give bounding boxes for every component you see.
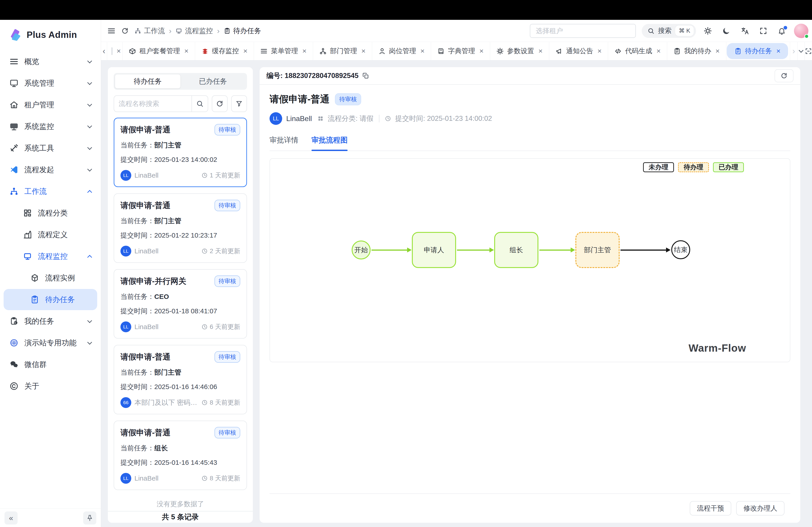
change-assignee-button[interactable]: 修改办理人 — [736, 501, 784, 515]
task-card[interactable]: 请假申请-并行网关 待审核 当前任务：CEO 提交时间：2025-01-18 0… — [114, 269, 247, 338]
notifications-bell-icon[interactable] — [778, 27, 786, 35]
page-tab[interactable]: 岗位管理 × — [372, 42, 431, 60]
task-detail-panel: 编号: 1882307280470892545 请假申请-普通 待审核 LL L… — [260, 67, 800, 523]
tabs-scroll-left-button[interactable]: ‹ — [101, 42, 107, 60]
flow-node-start[interactable]: 开始 — [352, 241, 371, 259]
tab-approval-flowchart[interactable]: 审批流程图 — [311, 135, 348, 151]
reset-button[interactable] — [212, 95, 228, 112]
refresh-page-icon[interactable] — [121, 27, 129, 34]
flow-node-end[interactable]: 结束 — [671, 240, 690, 259]
tab-approval-detail[interactable]: 审批详情 — [270, 135, 299, 151]
dark-mode-moon-icon[interactable] — [722, 27, 730, 35]
fullscreen-icon[interactable] — [759, 27, 767, 35]
close-icon[interactable]: × — [479, 47, 483, 55]
page-tab[interactable]: 代码生成 × — [608, 42, 667, 60]
breadcrumb-separator: › — [217, 26, 219, 35]
page-tab[interactable]: 部门管理 × — [313, 42, 372, 60]
close-icon[interactable]: × — [538, 47, 543, 55]
sidebar-item[interactable]: 工作流 — [4, 181, 97, 202]
close-icon[interactable]: × — [420, 47, 425, 55]
pin-sidebar-button[interactable] — [83, 511, 96, 525]
sidebar-item[interactable]: 演示站专用功能 — [4, 332, 97, 353]
page-tab[interactable]: 缓存监控 × — [195, 42, 254, 60]
tabs-scroll-right-button[interactable]: › — [790, 42, 797, 60]
hamburger-menu-icon[interactable] — [107, 27, 115, 35]
flow-legend: 未办理 待办理 已办理 — [643, 162, 744, 172]
breadcrumb-todo-tasks[interactable]: 待办任务 — [224, 26, 261, 35]
collapse-sidebar-button[interactable]: « — [4, 511, 18, 525]
page-tab[interactable]: 通知公告 × — [549, 42, 608, 60]
sidebar-item[interactable]: 系统工具 — [4, 137, 97, 159]
status-badge: 待审核 — [215, 275, 240, 287]
close-icon[interactable]: × — [302, 47, 306, 55]
close-icon[interactable]: × — [361, 47, 366, 55]
sidebar-item-label: 租户管理 — [24, 100, 82, 110]
sidebar-item[interactable]: 系统管理 — [4, 73, 97, 94]
tabs-dropdown-button[interactable] — [797, 42, 804, 60]
close-icon[interactable]: × — [715, 47, 720, 55]
task-card[interactable]: 请假申请-普通 待审核 当前任务：部门主管 提交时间：2025-01-23 14… — [114, 118, 247, 187]
initiator-name: LinaBell — [134, 171, 198, 179]
user-avatar[interactable] — [794, 24, 808, 38]
global-search-button[interactable]: 搜索 ⌘ K — [642, 24, 696, 38]
sidebar-item[interactable]: 流程监控 — [4, 246, 97, 267]
task-card[interactable]: 请假申请-普通 待审核 当前任务：部门主管 提交时间：2025-01-16 14… — [114, 345, 247, 414]
sidebar-item[interactable]: 流程发起 — [4, 159, 97, 180]
close-icon[interactable]: × — [656, 47, 661, 55]
page-tab[interactable]: 待办任务 × — [727, 43, 788, 59]
tab-todo-tasks[interactable]: 待办任务 — [115, 74, 180, 88]
close-icon[interactable]: × — [243, 47, 248, 55]
sidebar-item[interactable]: 微信群 — [4, 354, 97, 375]
close-icon[interactable]: × — [597, 47, 602, 55]
content-fullscreen-button[interactable] — [804, 42, 812, 60]
tenant-select-input[interactable] — [530, 24, 636, 38]
process-category: 流程分类: 请假 — [328, 114, 374, 123]
page-tab[interactable]: 我的待办 × — [667, 42, 726, 60]
task-card[interactable]: 请假申请-普通 待审核 当前任务：组长 提交时间：2025-01-16 14:4… — [114, 421, 247, 490]
code-icon — [614, 48, 622, 55]
page-tab[interactable]: 参数设置 × — [490, 42, 549, 60]
breadcrumb-workflow[interactable]: 工作流 — [134, 26, 165, 35]
settings-gear-icon[interactable] — [704, 27, 712, 35]
close-icon[interactable]: × — [184, 47, 189, 55]
truncated-tab[interactable]: × — [107, 42, 122, 60]
sidebar-item[interactable]: 租户管理 — [4, 94, 97, 116]
refresh-icon — [781, 72, 787, 79]
status-badge: 待审核 — [335, 93, 361, 105]
submit-time-row: 提交时间：2025-01-22 10:23:17 — [120, 231, 240, 240]
sidebar-item[interactable]: 流程实例 — [4, 267, 97, 288]
task-card[interactable]: 请假申请-普通 待审核 当前任务：部门主管 提交时间：2025-01-22 10… — [114, 193, 247, 263]
tab-done-tasks[interactable]: 已办任务 — [180, 74, 246, 88]
process-intervene-button[interactable]: 流程干预 — [690, 501, 731, 515]
close-icon[interactable]: × — [777, 47, 781, 55]
filter-button[interactable] — [231, 95, 247, 112]
flow-node-applicant[interactable]: 申请人 — [412, 232, 456, 268]
search-input[interactable] — [114, 100, 191, 107]
flow-node-dept-manager[interactable]: 部门主管 — [575, 232, 620, 268]
sidebar-item[interactable]: 概览 — [4, 51, 97, 72]
flowchart-canvas[interactable]: 未办理 待办理 已办理 开始 申请人 组长 部门主管 结束 War — [270, 158, 791, 362]
sidebar-item[interactable]: 流程定义 — [4, 224, 97, 245]
brand[interactable]: Plus Admin — [0, 20, 101, 49]
sidebar-item[interactable]: 我的任务 — [4, 311, 97, 332]
sidebar-item[interactable]: 系统监控 — [4, 116, 97, 137]
refresh-detail-button[interactable] — [774, 69, 794, 82]
current-task-value: 部门主管 — [154, 368, 182, 376]
status-badge: 待审核 — [215, 200, 240, 211]
page-tab[interactable]: 菜单管理 × — [254, 42, 313, 60]
breadcrumb-separator: › — [169, 26, 171, 35]
language-icon[interactable] — [741, 27, 749, 35]
monitor-icon — [175, 28, 182, 34]
close-icon[interactable]: × — [117, 47, 121, 55]
copy-icon[interactable] — [362, 72, 369, 79]
sidebar-item[interactable]: 流程分类 — [4, 202, 97, 224]
warm-flow-watermark: Warm-Flow — [688, 342, 746, 354]
sidebar-item[interactable]: 关于 — [4, 376, 97, 397]
breadcrumb-process-monitor[interactable]: 流程监控 — [175, 26, 213, 35]
page-tab[interactable]: 租户套餐管理 × — [122, 42, 195, 60]
page-tab[interactable]: 字典管理 × — [431, 42, 490, 60]
sidebar-item[interactable]: 待办任务 — [4, 289, 97, 310]
monitor-icon — [10, 79, 18, 88]
search-submit-button[interactable] — [191, 96, 208, 111]
flow-node-team-leader[interactable]: 组长 — [494, 232, 538, 268]
